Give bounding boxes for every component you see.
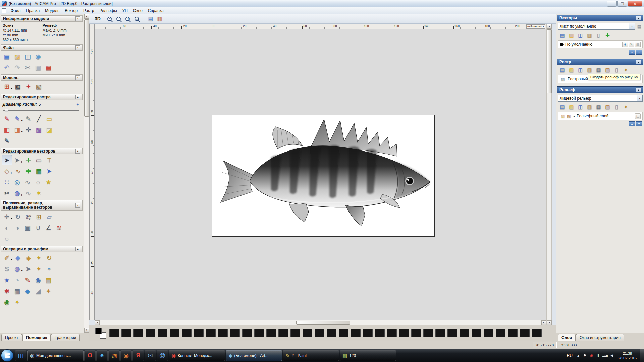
language-indicator[interactable]: RU bbox=[564, 353, 575, 358]
relief-layer-expand-arrow[interactable]: ▸ bbox=[574, 115, 575, 118]
model-area[interactable] bbox=[212, 115, 435, 237]
create-text-icon[interactable]: T bbox=[44, 155, 54, 165]
scale-relief-icon[interactable]: ✦ bbox=[34, 253, 44, 263]
taskbar-pinned-mail-icon[interactable]: ✉ bbox=[145, 350, 156, 361]
stamp-relief-icon[interactable]: ✦ bbox=[43, 286, 54, 296]
palette-swatch-30[interactable] bbox=[472, 329, 481, 337]
save-model-icon[interactable]: ◫ bbox=[22, 51, 33, 62]
texture-sphere-icon[interactable]: ◉ bbox=[33, 275, 43, 285]
palette-swatch-26[interactable] bbox=[423, 329, 433, 337]
snap-guides-icon[interactable]: ▥ bbox=[156, 15, 164, 23]
new-vector-layer-icon[interactable]: ✚ bbox=[603, 31, 612, 40]
smooth-relief-flyout-arrow[interactable]: ▸ bbox=[11, 258, 12, 261]
blend-spans-icon[interactable]: ∿ bbox=[23, 188, 34, 198]
paint-selective-flyout-arrow[interactable]: ▸ bbox=[21, 119, 23, 122]
palette-swatch-2[interactable] bbox=[133, 329, 143, 337]
palette-swatch-22[interactable] bbox=[375, 329, 385, 337]
clock[interactable]: 21:38 28.02.2016 bbox=[615, 351, 640, 360]
palette-swatch-18[interactable] bbox=[327, 329, 336, 337]
relief-folder-icon[interactable]: ▨ bbox=[560, 113, 566, 119]
cut-icon[interactable]: ✂ bbox=[22, 62, 33, 73]
zero-plane-icon[interactable]: ◆ bbox=[13, 253, 23, 263]
brush-shape-icon[interactable]: ✦ bbox=[75, 101, 81, 107]
network-icon[interactable]: ▂▄▆ bbox=[602, 353, 608, 359]
raster-layer-thumbnail-icon[interactable]: ▨ bbox=[560, 76, 566, 82]
palette-swatch-12[interactable] bbox=[254, 329, 264, 337]
texture-relief-flyout-arrow[interactable]: ▸ bbox=[21, 269, 23, 272]
task-paint[interactable]: ✎2 - Paint bbox=[283, 350, 339, 361]
palette-swatch-0[interactable] bbox=[109, 329, 119, 337]
taskbar-pinned-mailru-agent-icon[interactable]: @ bbox=[157, 350, 168, 361]
palette-swatch-23[interactable] bbox=[387, 329, 397, 337]
texture-fill-icon[interactable]: ▩ bbox=[34, 125, 44, 135]
create-ellipse-icon[interactable]: ◇ bbox=[2, 166, 12, 176]
draw-line-icon[interactable]: ╱ bbox=[34, 114, 44, 124]
palette-swatch-19[interactable] bbox=[339, 329, 348, 337]
v-scrollbar-thumb[interactable] bbox=[547, 29, 552, 93]
open-model-icon[interactable]: ▨ bbox=[12, 51, 22, 62]
paint-relief-icon[interactable]: ✎ bbox=[22, 275, 33, 285]
position-collapse-button[interactable]: ▲ bbox=[75, 203, 80, 208]
primary-colour-chip[interactable] bbox=[95, 328, 102, 334]
palette-swatch-28[interactable] bbox=[447, 329, 457, 337]
taskbar-pinned-yandex-icon[interactable]: Я bbox=[132, 350, 144, 361]
select-vectors-icon[interactable]: ➤ bbox=[2, 155, 12, 165]
set-model-size-icon[interactable]: ⊞ bbox=[2, 81, 12, 92]
move-layer-up-button[interactable]: ▲ bbox=[629, 50, 635, 55]
show-desktop-button[interactable] bbox=[640, 349, 644, 362]
close-button[interactable]: × bbox=[628, 1, 642, 7]
chevron-down-icon[interactable]: ▼ bbox=[629, 23, 635, 29]
task-connect-manager[interactable]: ◉Коннект Менедж... bbox=[169, 350, 225, 361]
palette-swatch-35[interactable] bbox=[532, 329, 542, 337]
hidden-icons-icon[interactable]: ▴ bbox=[575, 353, 581, 359]
palette-swatch-29[interactable] bbox=[460, 329, 469, 337]
offset-relief-icon[interactable]: ↻ bbox=[44, 253, 54, 263]
palette-swatch-34[interactable] bbox=[520, 329, 530, 337]
units-selector[interactable]: millimetres ▼ bbox=[526, 24, 545, 29]
relief-layer-wizard-icon[interactable]: ✦ bbox=[621, 103, 630, 111]
greyscale-preview-icon[interactable]: ▩ bbox=[13, 81, 23, 92]
set-model-size-flyout-arrow[interactable]: ▸ bbox=[11, 87, 12, 90]
scroll-up-icon[interactable]: ▲ bbox=[84, 14, 89, 19]
smooth-relief-icon[interactable]: ✐ bbox=[2, 253, 12, 263]
view-3d-button[interactable]: 3D bbox=[93, 16, 103, 22]
file-collapse-button[interactable]: ▲ bbox=[75, 45, 80, 50]
zoom-out-icon[interactable]: − bbox=[115, 15, 123, 23]
horizontal-scrollbar[interactable]: ◄ ► bbox=[95, 320, 546, 325]
palette-swatch-17[interactable] bbox=[315, 329, 324, 337]
group-vectors-icon[interactable]: ▣ bbox=[22, 223, 33, 233]
angled-plane-icon[interactable]: ◢ bbox=[33, 286, 43, 296]
maximize-button[interactable]: ▢ bbox=[617, 1, 627, 7]
task-artcam[interactable]: ◆(Без имени) - Art... bbox=[226, 350, 282, 361]
model-notes-icon[interactable]: ◉ bbox=[33, 51, 43, 62]
scroll-down-icon[interactable]: ▼ bbox=[547, 320, 552, 325]
palette-swatch-27[interactable] bbox=[435, 329, 445, 337]
relief-library-icon[interactable]: ▤ bbox=[43, 275, 54, 285]
start-button[interactable] bbox=[1, 349, 13, 362]
flip-vectors-icon[interactable]: ◑ bbox=[12, 223, 22, 233]
flood-fill-visible-flyout-arrow[interactable]: ▸ bbox=[21, 130, 23, 133]
magic-wand-icon[interactable]: ★ bbox=[43, 177, 54, 187]
new-relief-layer-icon[interactable]: ▤ bbox=[558, 103, 567, 111]
block-paste-icon[interactable]: ▦ bbox=[34, 166, 44, 176]
palette-swatch-10[interactable] bbox=[230, 329, 240, 337]
drawing-canvas[interactable] bbox=[95, 29, 546, 320]
menu-item-3[interactable]: Вектор bbox=[62, 8, 80, 14]
paste-along-curve-icon[interactable]: ✚ bbox=[23, 166, 34, 176]
vector-layer-row[interactable]: По умолчанию ✱✎▤ bbox=[558, 40, 643, 48]
relief-ops-collapse-button[interactable]: ▲ bbox=[75, 247, 80, 251]
raster-collapse-button[interactable]: ▲ bbox=[636, 60, 641, 64]
delete-relief-layer-icon[interactable]: ▯ bbox=[612, 103, 621, 111]
document-icon[interactable] bbox=[2, 8, 6, 13]
palette-swatch-20[interactable] bbox=[351, 329, 361, 337]
zoom-in-icon[interactable]: + bbox=[106, 15, 114, 23]
palette-swatch-16[interactable] bbox=[303, 329, 312, 337]
zoom-previous-icon[interactable]: ◂ bbox=[124, 15, 132, 23]
minimize-button[interactable]: – bbox=[607, 1, 617, 7]
new-model-icon[interactable]: ▤ bbox=[2, 51, 12, 62]
extrude-vector-flyout-arrow[interactable]: ▸ bbox=[21, 193, 23, 196]
relief-layer-options-icon[interactable]: ▤ bbox=[635, 113, 641, 119]
snap-grid-icon[interactable]: ▤ bbox=[147, 15, 155, 23]
relief-collapse-button[interactable]: ▲ bbox=[636, 87, 641, 92]
menu-item-5[interactable]: Рельефы bbox=[97, 8, 119, 14]
